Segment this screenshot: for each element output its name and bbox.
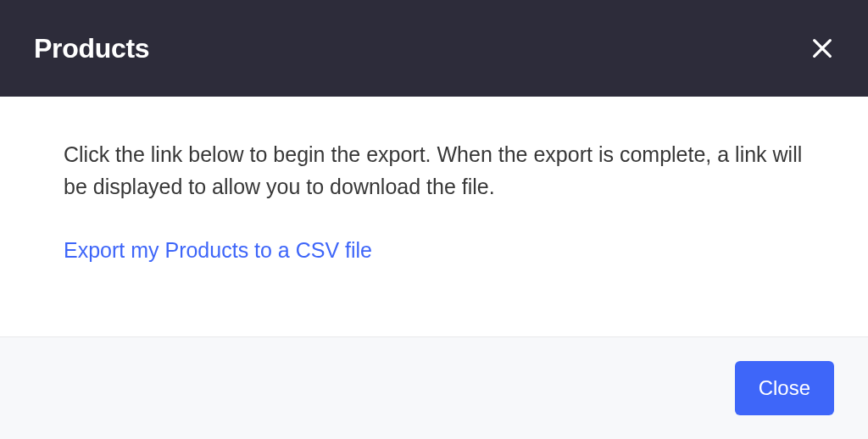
- export-csv-link[interactable]: Export my Products to a CSV file: [64, 238, 372, 262]
- modal-footer: Close: [0, 336, 868, 439]
- close-button[interactable]: Close: [735, 361, 834, 415]
- export-description: Click the link below to begin the export…: [64, 139, 804, 203]
- modal-title: Products: [34, 33, 149, 64]
- close-icon[interactable]: [810, 36, 834, 60]
- modal-header: Products: [0, 0, 868, 97]
- modal-body: Click the link below to begin the export…: [0, 97, 868, 336]
